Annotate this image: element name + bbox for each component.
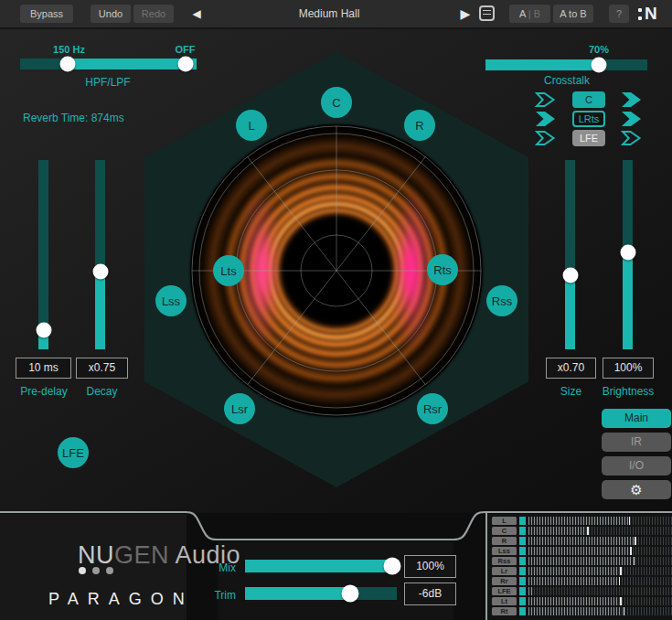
tab-main[interactable]: Main [602, 409, 671, 428]
meter-label: Rt [492, 607, 517, 615]
meter-row-c: C [492, 527, 672, 535]
brand-dot [92, 567, 100, 574]
brand-nu: NU [78, 541, 114, 569]
meter-track [528, 577, 672, 585]
help-button[interactable]: ? [609, 5, 629, 23]
routing-button-lrts[interactable]: LRts [572, 111, 605, 127]
routing-button-lfe[interactable]: LFE [572, 130, 605, 146]
preset-name[interactable]: Medium Hall [256, 0, 402, 27]
meter-track [528, 587, 672, 595]
right-chevron-icon[interactable] [621, 130, 643, 146]
paragon-plugin-window: Bypass Undo Redo ◀ Medium Hall ▶ A | B A… [0, 0, 672, 620]
channel-node-l[interactable]: L [236, 110, 267, 141]
meter-label: Rr [492, 577, 517, 585]
gear-icon: ⚙ [630, 482, 642, 497]
meter-row-lt: Lt [492, 597, 672, 605]
settings-button[interactable]: ⚙ [602, 480, 671, 499]
previous-preset-icon[interactable]: ◀ [187, 5, 206, 23]
ab-a-label: A [519, 8, 526, 19]
meter-label: C [492, 527, 517, 535]
meter-peak-marker [630, 547, 632, 555]
mix-slider[interactable] [245, 560, 397, 572]
decay-handle[interactable] [92, 264, 108, 280]
channel-node-lfe[interactable]: LFE [58, 437, 89, 468]
nugen-logo: N [638, 4, 657, 24]
right-chevron-icon[interactable] [621, 111, 643, 127]
size-value[interactable]: x0.70 [546, 358, 596, 379]
crosstalk-slider[interactable] [485, 59, 647, 70]
crosstalk-handle[interactable] [591, 58, 606, 73]
trim-slider[interactable] [245, 587, 397, 600]
hpf-lpf-slider[interactable] [20, 59, 197, 69]
meter-input-segment [519, 547, 526, 555]
meter-track [528, 527, 672, 535]
mix-handle[interactable] [384, 558, 401, 575]
channel-node-lss[interactable]: Lss [155, 285, 187, 316]
meter-input-segment [519, 587, 526, 595]
bypass-button[interactable]: Bypass [20, 5, 73, 23]
meter-level [528, 567, 619, 575]
preset-list-icon[interactable] [479, 5, 495, 21]
meter-level [528, 527, 586, 535]
output-meters: LCRLssRssLrRrLFELtRt [492, 517, 672, 617]
trim-value[interactable]: -6dB [404, 583, 456, 605]
brightness-slider[interactable] [623, 160, 633, 349]
channel-node-lts[interactable]: Lts [213, 255, 244, 286]
left-chevron-icon[interactable] [535, 130, 557, 146]
pre-delay-slider[interactable] [38, 160, 48, 349]
ab-compare-button[interactable]: A | B [509, 5, 550, 23]
hpf-handle[interactable] [60, 57, 76, 72]
decay-value[interactable]: x0.75 [76, 358, 128, 379]
decay-label: Decay [76, 385, 128, 398]
channel-node-r[interactable]: R [404, 110, 435, 141]
meter-input-segment [519, 517, 526, 525]
meter-level [528, 607, 622, 615]
redo-button[interactable]: Redo [133, 5, 174, 23]
brightness-value[interactable]: 100% [603, 358, 654, 379]
pre-delay-handle[interactable] [36, 323, 51, 338]
channel-node-rss[interactable]: Rss [486, 285, 517, 316]
brightness-fill [623, 252, 633, 349]
tab-ir[interactable]: IR [602, 433, 671, 452]
size-slider[interactable] [565, 160, 575, 349]
right-chevron-icon[interactable] [621, 91, 643, 108]
tab-io[interactable]: I/O [602, 456, 671, 476]
product-name: PARAGON [48, 590, 194, 609]
meter-level [528, 517, 629, 525]
channel-node-lsr[interactable]: Lsr [224, 393, 255, 424]
meter-level [528, 587, 533, 595]
channel-node-c[interactable]: C [321, 87, 352, 118]
channel-node-rts[interactable]: Rts [427, 254, 458, 285]
meter-input-segment [519, 597, 526, 605]
meter-level [528, 557, 632, 565]
pre-delay-label: Pre-delay [12, 385, 76, 398]
meter-level [528, 597, 619, 605]
lpf-handle[interactable] [178, 57, 194, 72]
brightness-handle[interactable] [620, 245, 635, 261]
brand-dot [106, 567, 113, 574]
ab-b-label: B [534, 8, 540, 19]
meter-label: LFE [492, 587, 517, 595]
size-label: Size [546, 385, 596, 398]
decay-fill [95, 272, 105, 349]
routing-button-c[interactable]: C [572, 91, 605, 108]
pre-delay-value[interactable]: 10 ms [16, 358, 71, 379]
meter-peak-marker [634, 557, 635, 565]
left-chevron-icon[interactable] [535, 91, 557, 108]
channel-node-rsr[interactable]: Rsr [417, 393, 448, 424]
decay-slider[interactable] [95, 160, 105, 349]
undo-button[interactable]: Undo [91, 5, 131, 23]
meter-input-segment [519, 527, 526, 535]
meter-input-segment [519, 537, 526, 545]
meter-label: Lr [492, 567, 517, 575]
left-chevron-icon[interactable] [535, 111, 557, 127]
meter-peak-marker [620, 567, 622, 575]
meter-level [528, 577, 617, 585]
brand-dots [79, 567, 113, 574]
size-handle[interactable] [562, 268, 578, 283]
meter-row-l: L [492, 517, 672, 525]
a-to-b-button[interactable]: A to B [553, 5, 593, 23]
trim-handle[interactable] [341, 585, 358, 603]
next-preset-icon[interactable]: ▶ [456, 5, 475, 23]
mix-value[interactable]: 100% [404, 555, 456, 578]
